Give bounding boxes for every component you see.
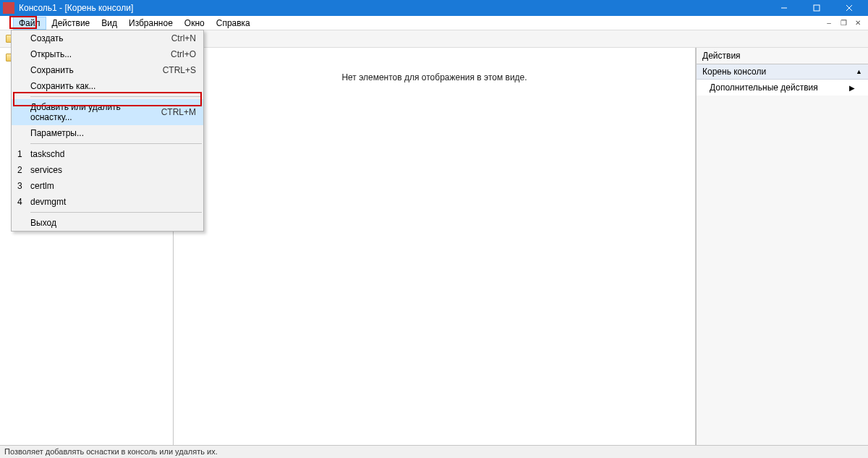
window-title: Консоль1 - [Корень консоли]: [19, 3, 133, 13]
window-controls: [767, 0, 865, 16]
menu-separator: [30, 212, 202, 213]
menu-separator: [30, 143, 202, 144]
menu-item-save-as[interactable]: Сохранить как...: [12, 78, 203, 94]
menu-item-number: 1: [17, 149, 22, 159]
actions-item-more[interactable]: Дополнительные действия ▶: [697, 80, 868, 96]
menu-item-label: Сохранить: [30, 65, 74, 75]
titlebar: Консоль1 - [Корень консоли]: [0, 0, 868, 16]
mdi-minimize-button[interactable]: –: [823, 18, 835, 28]
menu-item-number: 3: [17, 181, 22, 191]
menu-item-label: Добавить или удалить оснастку...: [30, 102, 161, 122]
minimize-button[interactable]: [767, 0, 800, 16]
menu-favorites[interactable]: Избранное: [123, 17, 179, 30]
menu-item-label: services: [30, 165, 62, 175]
menu-item-label: Сохранить как...: [30, 81, 95, 91]
menu-item-label: devmgmt: [30, 197, 66, 207]
menu-item-recent-2[interactable]: 2 services: [12, 162, 203, 178]
menu-item-label: Открыть...: [30, 49, 72, 59]
menu-item-add-remove-snapin[interactable]: Добавить или удалить оснастку... CTRL+M: [12, 99, 203, 125]
actions-title: Действия: [697, 48, 868, 64]
menu-item-number: 2: [17, 165, 22, 175]
menu-item-number: 4: [17, 197, 22, 207]
menu-item-recent-1[interactable]: 1 taskschd: [12, 146, 203, 162]
collapse-icon: ▲: [856, 68, 862, 75]
mdi-controls: – ❐ ✕: [823, 18, 867, 28]
menu-help[interactable]: Справка: [210, 17, 256, 30]
actions-item-label: Дополнительные действия: [710, 82, 818, 93]
menu-item-label: Параметры...: [30, 128, 84, 138]
mdi-restore-button[interactable]: ❐: [838, 18, 849, 28]
menu-item-open[interactable]: Открыть... Ctrl+O: [12, 46, 203, 62]
actions-section-header[interactable]: Корень консоли ▲: [697, 64, 868, 80]
menu-separator: [30, 96, 202, 97]
close-button[interactable]: [833, 0, 865, 16]
app-icon: [3, 2, 14, 14]
menu-item-save[interactable]: Сохранить CTRL+S: [12, 62, 203, 78]
content-pane: Нет элементов для отображения в этом вид…: [174, 48, 696, 445]
statusbar: Позволяет добавлять оснастки в консоль и…: [0, 445, 868, 458]
actions-section-label: Корень консоли: [702, 67, 766, 77]
menu-window[interactable]: Окно: [179, 17, 210, 30]
menu-action[interactable]: Действие: [46, 17, 96, 30]
maximize-button[interactable]: [800, 0, 833, 16]
svg-rect-1: [814, 5, 820, 11]
mdi-close-button[interactable]: ✕: [852, 18, 864, 28]
menu-item-label: taskschd: [30, 149, 64, 159]
menu-item-shortcut: Ctrl+N: [171, 33, 196, 43]
chevron-right-icon: ▶: [849, 84, 855, 92]
actions-pane: Действия Корень консоли ▲ Дополнительные…: [696, 48, 868, 445]
status-text: Позволяет добавлять оснастки в консоль и…: [4, 447, 218, 456]
menu-item-label: Выход: [30, 218, 56, 228]
menu-item-label: certlm: [30, 181, 54, 191]
menu-item-shortcut: CTRL+M: [161, 107, 196, 117]
menu-item-params[interactable]: Параметры...: [12, 125, 203, 141]
menu-item-shortcut: Ctrl+O: [171, 49, 196, 59]
menu-view[interactable]: Вид: [95, 17, 123, 30]
menu-item-recent-4[interactable]: 4 devmgmt: [12, 194, 203, 210]
menu-item-exit[interactable]: Выход: [12, 215, 203, 231]
menu-item-create[interactable]: Создать Ctrl+N: [12, 30, 203, 46]
menu-item-recent-3[interactable]: 3 certlm: [12, 178, 203, 194]
menu-file[interactable]: Файл: [13, 17, 46, 30]
empty-message: Нет элементов для отображения в этом вид…: [341, 72, 527, 445]
menubar: Файл Действие Вид Избранное Окно Справка…: [0, 16, 868, 30]
menu-item-shortcut: CTRL+S: [163, 65, 196, 75]
file-dropdown: Создать Ctrl+N Открыть... Ctrl+O Сохрани…: [11, 30, 204, 232]
menu-item-label: Создать: [30, 33, 64, 43]
